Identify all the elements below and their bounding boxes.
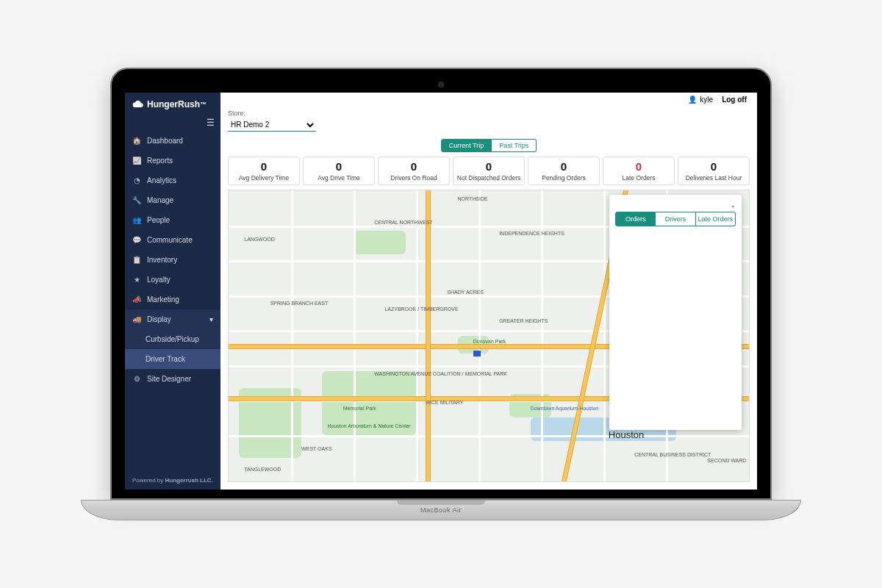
- stat-pending: 0Pending Orders: [528, 157, 600, 185]
- content: Store: HR Demo 2 Current Trip Past Trips…: [220, 107, 757, 490]
- tab-current-trip[interactable]: Current Trip: [441, 139, 492, 152]
- user-name: kyle: [700, 96, 713, 104]
- nav-label: Site Designer: [147, 375, 191, 383]
- panel-tab-late[interactable]: Late Orders: [696, 212, 736, 226]
- main-area: 👤 kyle Log off Store: HR Demo 2 Current …: [220, 93, 757, 490]
- wrench-icon: 🔧: [132, 196, 141, 204]
- sidebar: HungerRush™ ☰ 🏠Dashboard 📈Reports ◔Analy…: [125, 93, 220, 490]
- gear-icon: ⚙: [132, 375, 141, 383]
- people-icon: 👥: [132, 216, 141, 224]
- pie-icon: ◔: [132, 176, 141, 184]
- nav-label: Reports: [147, 157, 173, 165]
- sidebar-toggle[interactable]: ☰: [125, 116, 220, 131]
- stat-drivers-on-road: 0Drivers On Road: [378, 157, 450, 185]
- nav-people[interactable]: 👥People: [125, 210, 220, 230]
- sidebar-footer: Powered by Hungerrush LLC.: [125, 471, 220, 490]
- store-marker-icon[interactable]: [473, 351, 481, 356]
- nav-label: Manage: [147, 196, 173, 204]
- panel-tab-group: Orders Drivers Late Orders: [615, 212, 736, 226]
- screen-bezel: HungerRush™ ☰ 🏠Dashboard 📈Reports ◔Analy…: [110, 68, 772, 500]
- stat-avg-drive: 0Avg Drive Time: [303, 157, 375, 185]
- truck-icon: 🚚: [132, 315, 141, 323]
- stat-not-dispatched: 0Not Dispatched Orders: [453, 157, 525, 185]
- nav-manage[interactable]: 🔧Manage: [125, 190, 220, 210]
- stat-avg-delivery: 0Avg Delivery Time: [228, 157, 300, 185]
- laptop-frame: HungerRush™ ☰ 🏠Dashboard 📈Reports ◔Analy…: [110, 68, 772, 520]
- nav-label: People: [147, 216, 170, 224]
- nav-label: Display: [147, 315, 171, 323]
- chart-icon: 📈: [132, 157, 141, 165]
- store-label: Store:: [228, 110, 750, 117]
- nav-label: Marketing: [147, 295, 179, 304]
- megaphone-icon: 📣: [132, 295, 141, 304]
- nav-communicate[interactable]: 💬Communicate: [125, 230, 220, 250]
- nav-label: Dashboard: [147, 137, 183, 145]
- chat-icon: 💬: [132, 236, 141, 244]
- cloud-icon: [132, 98, 144, 110]
- stat-row: 0Avg Delivery Time 0Avg Drive Time 0Driv…: [228, 157, 750, 185]
- nav-list: 🏠Dashboard 📈Reports ◔Analytics 🔧Manage 👥…: [125, 131, 220, 471]
- nav-label: Inventory: [147, 256, 177, 264]
- nav-label: Analytics: [147, 176, 176, 184]
- nav-label: Curbside/Pickup: [146, 335, 199, 343]
- trip-tab-group: Current Trip Past Trips: [228, 139, 750, 152]
- nav-display[interactable]: 🚚Display▾: [125, 309, 220, 329]
- nav-driver-track[interactable]: Driver Track: [125, 349, 220, 369]
- map-container[interactable]: NORTHSIDE CENTRAL NORTHWEST INDEPENDENCE…: [228, 190, 750, 482]
- panel-tab-drivers[interactable]: Drivers: [656, 212, 695, 226]
- screen: HungerRush™ ☰ 🏠Dashboard 📈Reports ◔Analy…: [125, 93, 757, 490]
- laptop-base: MacBook Air: [81, 500, 801, 520]
- chevron-down-icon: ▾: [209, 315, 213, 323]
- tab-past-trips[interactable]: Past Trips: [492, 139, 537, 152]
- panel-tab-orders[interactable]: Orders: [615, 212, 656, 226]
- user-chip[interactable]: 👤 kyle: [688, 96, 713, 104]
- store-select[interactable]: HR Demo 2: [228, 118, 316, 132]
- logoff-link[interactable]: Log off: [722, 96, 747, 104]
- nav-dashboard[interactable]: 🏠Dashboard: [125, 131, 220, 151]
- panel-collapse[interactable]: ⌄: [615, 201, 736, 209]
- nav-curbside[interactable]: Curbside/Pickup: [125, 329, 220, 349]
- clipboard-icon: 📋: [132, 256, 141, 264]
- home-icon: 🏠: [132, 137, 141, 145]
- user-icon: 👤: [688, 96, 697, 104]
- nav-reports[interactable]: 📈Reports: [125, 151, 220, 171]
- device-label: MacBook Air: [420, 506, 462, 514]
- nav-label: Driver Track: [146, 355, 185, 363]
- topbar: 👤 kyle Log off: [220, 93, 757, 107]
- nav-inventory[interactable]: 📋Inventory: [125, 250, 220, 270]
- nav-site-designer[interactable]: ⚙Site Designer: [125, 369, 220, 389]
- nav-marketing[interactable]: 📣Marketing: [125, 290, 220, 309]
- store-selector: Store: HR Demo 2: [228, 110, 750, 132]
- nav-label: Loyalty: [147, 276, 171, 284]
- nav-analytics[interactable]: ◔Analytics: [125, 171, 220, 190]
- webcam: [439, 82, 443, 87]
- nav-label: Communicate: [147, 236, 193, 244]
- star-icon: ★: [132, 276, 141, 284]
- brand-logo[interactable]: HungerRush™: [125, 93, 220, 116]
- orders-panel: ⌄ Orders Drivers Late Orders: [609, 195, 742, 430]
- nav-loyalty[interactable]: ★Loyalty: [125, 270, 220, 290]
- stat-deliveries-last-hour: 0Deliveries Last Hour: [678, 157, 750, 185]
- map-city-label: Houston: [609, 429, 644, 440]
- stat-late-orders: 0Late Orders: [603, 157, 675, 185]
- brand-name: HungerRush: [147, 99, 200, 110]
